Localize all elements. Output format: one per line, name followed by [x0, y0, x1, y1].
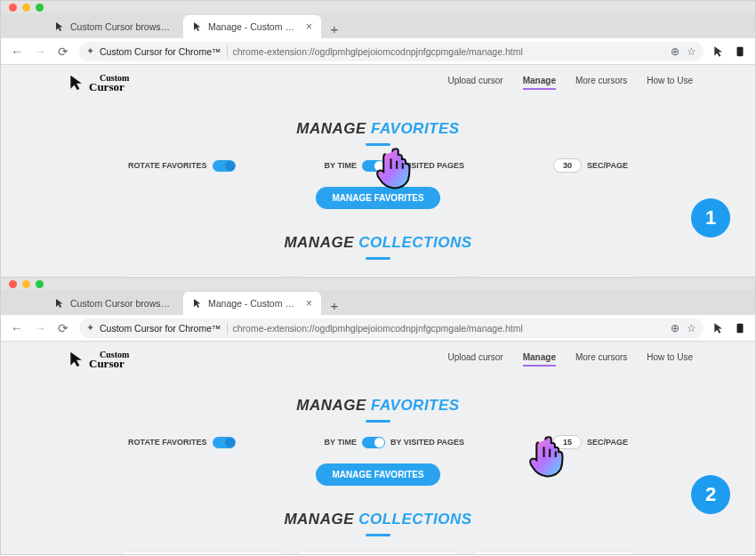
omnibox-prefix: Custom Cursor for Chrome™: [100, 46, 221, 57]
nav-how[interactable]: How to Use: [647, 352, 693, 367]
bookmark-icon[interactable]: ☆: [687, 322, 696, 334]
section-heading-collections: MANAGE COLLECTIONS: [1, 511, 755, 528]
new-tab-button[interactable]: +: [325, 19, 344, 38]
nav-manage[interactable]: Manage: [523, 352, 556, 367]
svg-rect-0: [737, 46, 744, 56]
section-heading-favorites: MANAGE FAVORITES: [1, 397, 755, 415]
rotate-favorites-control: ROTATE FAVORITES: [128, 437, 236, 448]
site-logo[interactable]: CustomCursor: [68, 74, 129, 93]
traffic-minimize[interactable]: [22, 280, 30, 288]
close-icon[interactable]: ×: [306, 20, 312, 33]
tab-inactive[interactable]: Custom Cursor browser extensi: [45, 15, 183, 38]
tab-title: Manage - Custom Cursor for Ch: [208, 298, 297, 309]
collection-cards: [1, 552, 755, 555]
browser-toolbar: ← → ⟳ ✦ Custom Cursor for Chrome™ chrome…: [1, 315, 755, 342]
seconds-input[interactable]: 30: [553, 158, 582, 173]
cursor-ext-icon[interactable]: [712, 45, 725, 58]
forward-button[interactable]: →: [33, 44, 47, 59]
rotate-favorites-label: ROTATE FAVORITES: [128, 438, 207, 447]
forward-button[interactable]: →: [33, 321, 47, 335]
step-badge: 1: [691, 198, 730, 238]
collection-card[interactable]: [474, 552, 634, 555]
macos-titlebar: [1, 1, 755, 13]
heading-rule: [366, 534, 390, 536]
step-badge: 2: [691, 475, 730, 514]
traffic-close[interactable]: [9, 4, 17, 12]
section-heading-collections: MANAGE COLLECTIONS: [1, 234, 755, 252]
page-content: CustomCursor Upload cursor Manage More c…: [1, 342, 755, 555]
by-pages-label: BY VISITED PAGES: [390, 438, 464, 447]
tab-active[interactable]: Manage - Custom Cursor for Ch ×: [183, 292, 321, 315]
mode-toggle[interactable]: [362, 437, 385, 448]
traffic-close[interactable]: [9, 280, 17, 288]
cursor-icon: [54, 21, 65, 32]
cursor-icon: [192, 298, 203, 309]
cursor-icon: [54, 298, 65, 309]
by-time-label: BY TIME: [325, 161, 357, 170]
mode-toggle[interactable]: [362, 160, 385, 172]
macos-titlebar: [1, 278, 755, 290]
logo-line2: Cursor: [89, 357, 125, 370]
rotate-favorites-toggle[interactable]: [213, 437, 236, 448]
mode-control: BY TIME BY VISITED PAGES: [325, 437, 465, 448]
address-bar[interactable]: ✦ Custom Cursor for Chrome™ chrome-exten…: [79, 318, 704, 338]
mode-control: BY TIME BY VISITED PAGES: [325, 160, 465, 172]
omnibox-prefix: Custom Cursor for Chrome™: [100, 323, 221, 334]
collection-card[interactable]: [122, 552, 282, 555]
heading-rule: [366, 143, 390, 146]
rotate-favorites-label: ROTATE FAVORITES: [128, 161, 207, 170]
tab-title: Manage - Custom Cursor for Ch: [208, 21, 297, 32]
logo-line2: Cursor: [89, 80, 125, 93]
browser-toolbar: ← → ⟳ ✦ Custom Cursor for Chrome™ chrome…: [1, 38, 755, 65]
reload-button[interactable]: ⟳: [56, 321, 70, 335]
nav-more[interactable]: More cursors: [575, 352, 627, 367]
nav-menu: Upload cursor Manage More cursors How to…: [447, 352, 693, 367]
extension-icon: ✦: [86, 45, 94, 57]
heading-rule: [366, 257, 390, 260]
search-icon[interactable]: ⊕: [671, 322, 680, 334]
nav-manage[interactable]: Manage: [523, 76, 556, 90]
traffic-minimize[interactable]: [22, 4, 30, 12]
new-tab-button[interactable]: +: [325, 295, 344, 315]
extension-icons: [712, 45, 746, 58]
cursor-ext-icon[interactable]: [712, 322, 725, 334]
tab-inactive[interactable]: Custom Cursor browser extensi: [45, 292, 183, 315]
back-button[interactable]: ←: [10, 321, 24, 335]
seconds-input[interactable]: 15: [553, 435, 582, 449]
address-bar[interactable]: ✦ Custom Cursor for Chrome™ chrome-exten…: [79, 42, 704, 61]
nav-how[interactable]: How to Use: [647, 76, 693, 90]
page-content: CustomCursor Upload cursor Manage More c…: [1, 65, 755, 278]
nav-upload[interactable]: Upload cursor: [447, 76, 503, 90]
nav-upload[interactable]: Upload cursor: [447, 352, 503, 367]
search-icon[interactable]: ⊕: [671, 45, 680, 58]
favorites-controls: ROTATE FAVORITES BY TIME BY VISITED PAGE…: [1, 158, 755, 173]
reload-button[interactable]: ⟳: [56, 44, 70, 59]
site-header: CustomCursor Upload cursor Manage More c…: [1, 65, 755, 101]
collection-card[interactable]: [298, 552, 458, 555]
extension-icon: ✦: [86, 322, 94, 334]
back-button[interactable]: ←: [10, 44, 24, 59]
traffic-zoom[interactable]: [36, 280, 44, 288]
tab-strip: Custom Cursor browser extensi Manage - C…: [1, 290, 755, 315]
traffic-zoom[interactable]: [36, 4, 44, 12]
manage-favorites-button[interactable]: MANAGE FAVORITES: [316, 187, 439, 209]
site-header: CustomCursor Upload cursor Manage More c…: [1, 342, 755, 377]
close-icon[interactable]: ×: [306, 297, 312, 310]
cursor-icon: [192, 21, 203, 32]
other-ext-icon[interactable]: [734, 322, 746, 334]
tab-active[interactable]: Manage - Custom Cursor for Ch ×: [183, 15, 321, 38]
svg-rect-4: [737, 323, 744, 333]
secpage-label: SEC/PAGE: [587, 438, 628, 447]
heading-rule: [366, 420, 390, 423]
secpage-label: SEC/PAGE: [587, 161, 628, 170]
omnibox-url: chrome-extension://ogdlpmhglpejoiomcodnp…: [233, 323, 665, 334]
site-logo[interactable]: CustomCursor: [68, 351, 129, 369]
other-ext-icon[interactable]: [734, 45, 746, 58]
nav-more[interactable]: More cursors: [575, 76, 627, 90]
bookmark-icon[interactable]: ☆: [687, 45, 696, 58]
by-time-label: BY TIME: [325, 438, 357, 447]
rotate-favorites-toggle[interactable]: [213, 160, 236, 172]
seconds-control: 15 SEC/PAGE: [553, 435, 628, 449]
section-heading-favorites: MANAGE FAVORITES: [1, 120, 755, 138]
manage-favorites-button[interactable]: MANAGE FAVORITES: [316, 463, 439, 486]
